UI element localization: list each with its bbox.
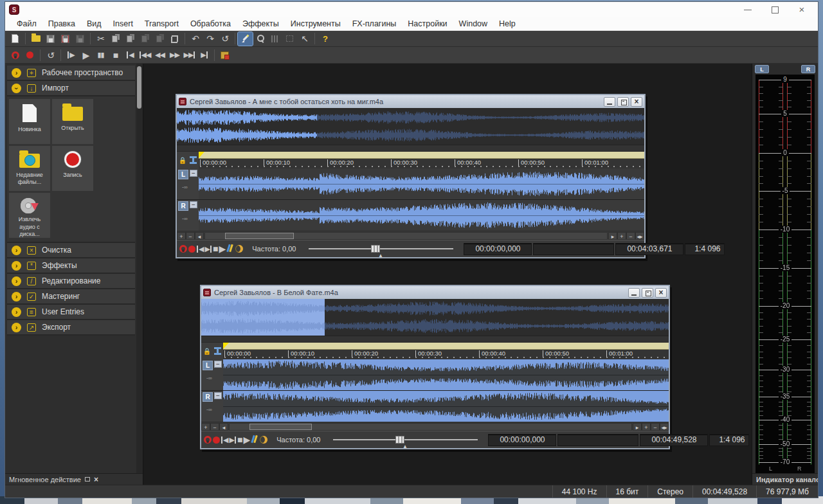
scroll-left-icon[interactable]: ◂ (195, 232, 204, 240)
doc2-frequency-slider-thumb[interactable] (395, 436, 404, 444)
play-icon[interactable]: ▶ (243, 434, 249, 446)
doc1-channel-L-button[interactable]: L (178, 170, 188, 179)
go-to-end-icon[interactable]: ▶ (229, 434, 235, 446)
zoom-fit-icon[interactable]: ◂▸ (660, 423, 669, 431)
cut-icon[interactable]: ✂ (93, 32, 108, 46)
doc2-minimize-button[interactable] (628, 288, 640, 298)
menu-item-4[interactable]: Transport (140, 18, 184, 30)
sidebar-section-0[interactable]: ›+Рабочее пространство (7, 66, 135, 81)
doc2-frequency-slider[interactable]: ▲ (333, 439, 478, 440)
zoom-in-2-icon[interactable]: + (617, 232, 626, 240)
edit-cursor-icon[interactable] (214, 347, 221, 355)
doc2-waveform-left[interactable] (223, 359, 669, 390)
doc2-channel-R-button[interactable]: R (203, 392, 213, 402)
tile-recent-files[interactable]: Недавние файлы... (9, 146, 50, 191)
audio-output-icon[interactable] (260, 434, 267, 446)
record-icon[interactable] (188, 243, 195, 255)
scroll-left-icon[interactable]: ◂ (219, 423, 228, 431)
redo-icon[interactable]: ↷ (203, 32, 217, 46)
audio-output-icon[interactable] (235, 243, 243, 255)
tile-record[interactable]: Запись (52, 146, 93, 191)
save-as-icon[interactable] (58, 32, 73, 46)
go-to-start-icon[interactable]: ◀ (123, 48, 138, 62)
meter-left-channel-button[interactable]: L (755, 65, 769, 73)
fast-forward-icon[interactable]: ▶▶ (167, 48, 182, 62)
go-to-end-icon[interactable]: ▶ (204, 243, 211, 255)
doc2-titlebar[interactable]: Сергей Завьялов - В Белой Фате.m4a × (201, 286, 669, 299)
paste-to-new-icon[interactable] (152, 32, 167, 46)
undo-icon[interactable]: ↶ (188, 32, 203, 46)
chevron-right-icon[interactable]: › (12, 323, 21, 332)
tile-new-file[interactable]: Новинка (9, 99, 50, 144)
sidebar-caption-tab[interactable]: Мгновенное действие × (5, 473, 143, 485)
doc2-channel-L-button[interactable]: L (203, 361, 213, 370)
doc1-maximize-button[interactable] (617, 97, 629, 107)
menu-item-10[interactable]: Window (454, 18, 493, 30)
sidebar-section-4[interactable]: ›/Редактирование (7, 274, 135, 289)
scroll-right-icon[interactable]: ▸ (633, 423, 642, 431)
open-file-icon[interactable] (28, 32, 43, 46)
go-to-start-icon[interactable]: ◀ (197, 243, 203, 255)
doc2-maximize-button[interactable] (642, 288, 653, 298)
doc1-channel-R-button[interactable]: R (178, 201, 188, 211)
lock-icon[interactable]: 🔒 (203, 348, 211, 355)
doc2-scroll-thumb[interactable] (249, 424, 312, 430)
forward-to-end-icon[interactable]: ▶▶ (182, 48, 197, 62)
doc1-close-button[interactable]: × (631, 97, 642, 107)
doc2-loop-bar[interactable] (223, 343, 669, 350)
chevron-right-icon[interactable]: › (12, 292, 21, 302)
chevron-right-icon[interactable]: › (12, 246, 21, 255)
copy-icon[interactable] (108, 32, 123, 46)
meter-caption-tab[interactable]: Индикатор каналов (752, 473, 818, 485)
save-all-icon[interactable] (73, 32, 87, 46)
edit-cursor-icon[interactable] (190, 156, 197, 164)
rewind-to-start-icon[interactable]: ◀◀ (138, 48, 152, 62)
chevron-right-icon[interactable]: › (12, 276, 21, 286)
doc2-time-ruler[interactable]: 00:00:0000:00:1000:00:2000:00:3000:00:40… (223, 350, 669, 359)
paste-icon[interactable] (123, 32, 138, 46)
record-cd-icon[interactable] (204, 434, 212, 446)
doc1-waveform-left[interactable] (199, 168, 644, 199)
sidebar-scrollbar[interactable] (136, 64, 143, 473)
scrub-control-icon[interactable] (217, 48, 232, 62)
stop-icon[interactable]: ■ (108, 48, 123, 62)
doc2-channel-R-collapse-button[interactable]: − (214, 392, 222, 399)
sidebar-section-1[interactable]: ›↓Импорт (7, 81, 135, 96)
doc1-time-ruler[interactable]: 00:00:0000:00:1000:00:2000:00:3000:00:40… (199, 159, 644, 168)
doc1-scroll-thumb[interactable] (225, 233, 293, 239)
edit-tool-icon[interactable] (238, 32, 253, 46)
chevron-right-icon[interactable]: › (12, 68, 21, 78)
sidebar-section-2[interactable]: ›×Очистка (7, 243, 135, 258)
doc2-close-button[interactable]: × (655, 288, 667, 298)
doc1-channel-L-collapse-button[interactable]: − (190, 170, 197, 177)
doc1-waveform-right[interactable] (199, 200, 644, 231)
zoom-fit-icon[interactable]: ◂▸ (635, 232, 644, 240)
menu-item-0[interactable]: Файл (12, 18, 42, 30)
help-context-icon[interactable]: ? (318, 32, 332, 46)
pause-icon[interactable]: ▮▮ (93, 48, 108, 62)
sidebar-section-3[interactable]: ›*Эффекты (7, 258, 135, 274)
menu-item-9[interactable]: Настройки (402, 18, 452, 30)
trim-crop-icon[interactable] (167, 32, 182, 46)
pencil-edit-icon[interactable] (251, 434, 258, 446)
zoom-out-icon[interactable]: − (210, 423, 219, 431)
tile-open-folder[interactable]: Открыть (52, 99, 93, 144)
zoom-in-2-icon[interactable]: + (642, 423, 651, 431)
doc1-scroll-track[interactable] (204, 232, 608, 240)
stop-icon[interactable]: ■ (213, 243, 217, 255)
magnify-tool-icon[interactable] (253, 32, 267, 46)
zoom-out-2-icon[interactable]: − (651, 423, 660, 431)
menu-item-5[interactable]: Обработка (185, 18, 236, 30)
zoom-in-icon[interactable]: + (177, 232, 186, 240)
zoom-in-icon[interactable]: + (201, 423, 210, 431)
doc1-minimize-button[interactable] (604, 97, 615, 107)
minimize-button[interactable] (743, 5, 752, 14)
meter-right-channel-button[interactable]: R (801, 65, 815, 73)
menu-item-1[interactable]: Правка (43, 18, 80, 30)
doc1-channel-R-collapse-button[interactable]: − (190, 201, 197, 208)
menu-item-7[interactable]: Инструменты (285, 18, 346, 30)
doc1-frequency-slider-thumb[interactable] (371, 245, 380, 253)
tile-extract-cd[interactable]: Извлечь аудио с диска... (9, 193, 50, 238)
doc1-titlebar[interactable]: Сергей Завьялов - А мне с тобой остаться… (177, 95, 644, 108)
rewind-icon[interactable]: ◀◀ (152, 48, 167, 62)
